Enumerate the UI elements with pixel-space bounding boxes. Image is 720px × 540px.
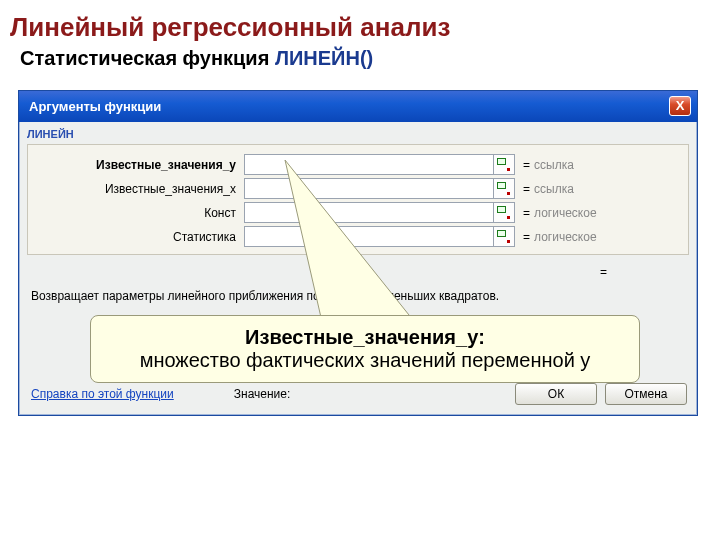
arg-label: Известные_значения_y [34, 158, 244, 172]
arg-type: логическое [534, 230, 597, 244]
arg-label: Известные_значения_x [34, 182, 244, 196]
equals-sign: = [523, 230, 530, 244]
arg-input-x[interactable] [244, 178, 494, 199]
arg-label: Конст [34, 206, 244, 220]
equals-sign: = [523, 182, 530, 196]
range-select-icon[interactable] [493, 178, 515, 199]
slide-sub-fn: ЛИНЕЙН() [275, 47, 373, 69]
arg-type: логическое [534, 206, 597, 220]
dialog-title: Аргументы функции [29, 99, 161, 114]
equals-sign: = [523, 206, 530, 220]
equals-sign: = [523, 158, 530, 172]
arg-input-const[interactable] [244, 202, 494, 223]
slide-title: Линейный регрессионный анализ [10, 12, 720, 43]
cancel-button[interactable]: Отмена [605, 383, 687, 405]
slide-subtitle: Статистическая функция ЛИНЕЙН() [20, 47, 720, 70]
range-select-icon[interactable] [493, 154, 515, 175]
arg-label: Статистика [34, 230, 244, 244]
callout-body: множество фактических значений переменно… [107, 349, 623, 372]
arg-type: ссылка [534, 158, 574, 172]
arg-input-y[interactable] [244, 154, 494, 175]
callout-box: Известные_значения_y: множество фактичес… [90, 315, 640, 383]
value-label: Значение: [234, 387, 291, 401]
function-name: ЛИНЕЙН [19, 122, 697, 142]
arguments-block: Известные_значения_y = ссылка Известные_… [27, 144, 689, 255]
arg-row-stats: Статистика = логическое [34, 226, 682, 247]
range-select-icon[interactable] [493, 202, 515, 223]
callout-title: Известные_значения_y: [107, 326, 623, 349]
ok-button[interactable]: ОК [515, 383, 597, 405]
result-equals: = [19, 261, 697, 281]
arg-input-stats[interactable] [244, 226, 494, 247]
range-select-icon[interactable] [493, 226, 515, 247]
arg-type: ссылка [534, 182, 574, 196]
help-link[interactable]: Справка по этой функции [31, 387, 174, 401]
arg-row-x: Известные_значения_x = ссылка [34, 178, 682, 199]
function-description: Возвращает параметры линейного приближен… [19, 281, 697, 305]
dialog-titlebar[interactable]: Аргументы функции X [19, 91, 697, 122]
arg-row-const: Конст = логическое [34, 202, 682, 223]
close-icon[interactable]: X [669, 96, 691, 116]
slide-sub-prefix: Статистическая функция [20, 47, 275, 69]
arg-row-y: Известные_значения_y = ссылка [34, 154, 682, 175]
